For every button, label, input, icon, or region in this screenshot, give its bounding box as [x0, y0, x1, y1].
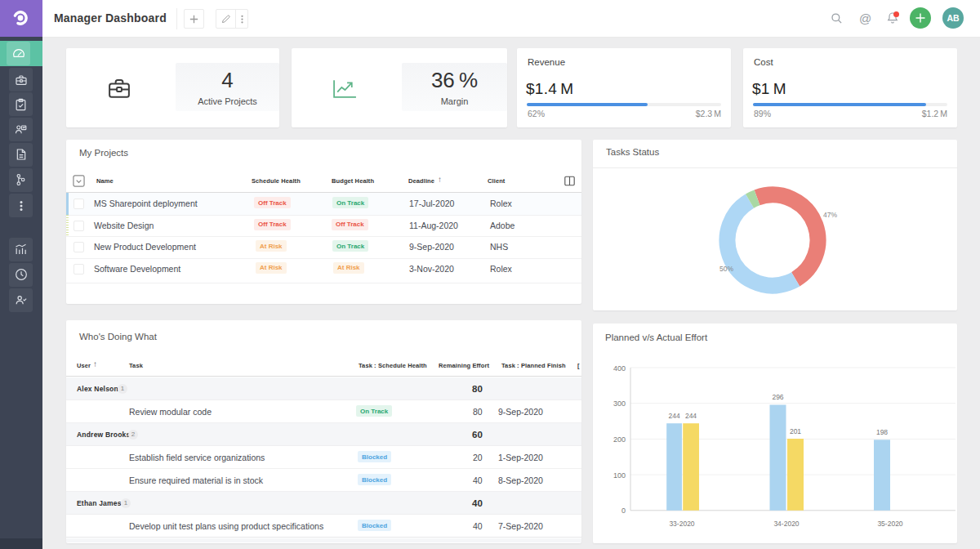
svg-text:244: 244: [669, 412, 680, 420]
svg-text:300: 300: [613, 399, 626, 408]
svg-text:100: 100: [613, 471, 626, 480]
svg-text:34-2020: 34-2020: [773, 520, 799, 528]
svg-text:33-2020: 33-2020: [669, 520, 694, 528]
svg-text:296: 296: [772, 393, 783, 401]
svg-text:35-2020: 35-2020: [877, 520, 902, 528]
svg-text:0: 0: [621, 507, 626, 515]
svg-text:198: 198: [876, 428, 888, 436]
svg-text:201: 201: [790, 427, 801, 435]
svg-text:200: 200: [613, 435, 626, 444]
svg-text:400: 400: [613, 364, 626, 373]
svg-text:244: 244: [685, 412, 697, 420]
